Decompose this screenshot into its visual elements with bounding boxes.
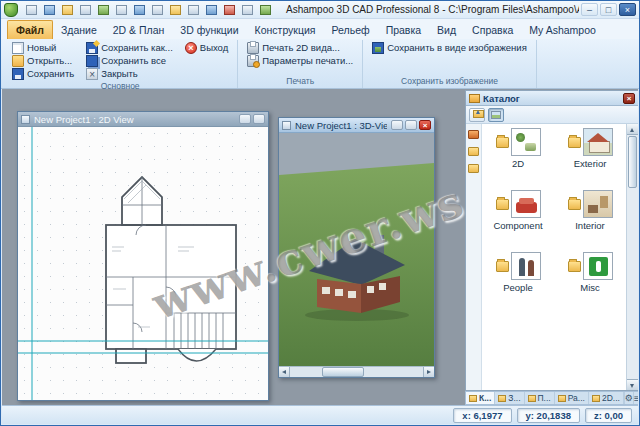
toolbar-icon[interactable]	[77, 3, 94, 17]
thumbnail-view-icon[interactable]	[488, 108, 504, 122]
new-button[interactable]: Новый	[8, 41, 78, 54]
panel-tab-3[interactable]: П...	[525, 392, 555, 404]
button-label: Открыть...	[27, 55, 72, 67]
printer-icon	[247, 42, 259, 54]
print-settings-icon	[247, 55, 259, 67]
button-label: Сохранить в виде изображения	[387, 42, 527, 54]
catalog-item-exterior[interactable]: Exterior	[554, 128, 626, 190]
folder-icon	[496, 199, 509, 210]
catalog-item-people[interactable]: People	[482, 252, 554, 314]
toolbar-icon[interactable]	[113, 3, 130, 17]
toolbar-icon[interactable]	[221, 3, 238, 17]
minimize-button[interactable]: –	[581, 3, 598, 16]
scroll-down-icon[interactable]	[627, 379, 638, 390]
toolbar-icon[interactable]	[257, 3, 274, 17]
folder-icon	[528, 395, 536, 402]
panel-tab-5[interactable]: 2D...	[589, 392, 624, 404]
button-label: Параметры печати...	[262, 55, 353, 67]
panel-tab-4[interactable]: Ра...	[555, 392, 589, 404]
ribbon: Новый Открыть... Сохранить Сохранить как…	[1, 39, 639, 89]
save-as-image-button[interactable]: Сохранить в виде изображения	[368, 41, 531, 54]
close-button[interactable]: ×	[619, 3, 636, 16]
tab-edit[interactable]: Правка	[378, 21, 429, 39]
2d-maximize-button[interactable]	[253, 114, 265, 124]
folder-up-icon[interactable]	[469, 108, 485, 122]
toolbar-icon[interactable]	[59, 3, 76, 17]
toolbar-icon[interactable]	[95, 3, 112, 17]
window-icon	[21, 115, 30, 124]
save-button[interactable]: Сохранить	[8, 67, 78, 80]
print-2d-button[interactable]: Печать 2D вида...	[243, 41, 357, 54]
toolbar-icon[interactable]	[185, 3, 202, 17]
maximize-button[interactable]: □	[600, 3, 617, 16]
toolbar-icon[interactable]	[41, 3, 58, 17]
close-project-button[interactable]: Закрыть	[82, 67, 177, 80]
2d-drawing-canvas[interactable]	[18, 127, 268, 400]
folder-icon	[568, 261, 581, 272]
catalog-close-icon[interactable]	[623, 93, 635, 104]
3d-close-button[interactable]	[419, 120, 431, 130]
toolbar-icon[interactable]	[149, 3, 166, 17]
tab-building[interactable]: Здание	[53, 21, 105, 39]
tab-2d-plan[interactable]: 2D & План	[105, 21, 173, 39]
panel-tab-label: П...	[538, 393, 551, 403]
catalog-item-misc[interactable]: Misc	[554, 252, 626, 314]
3d-horizontal-scrollbar[interactable]	[279, 366, 434, 377]
3d-maximize-button[interactable]	[405, 120, 417, 130]
folder-icon[interactable]	[468, 147, 479, 156]
button-label: Печать 2D вида...	[262, 42, 340, 54]
panel-tab-label: 2D...	[602, 393, 620, 403]
panel-tab-catalog[interactable]: К...	[466, 392, 495, 404]
2d-minimize-button[interactable]	[239, 114, 251, 124]
catalog-item-interior[interactable]: Interior	[554, 190, 626, 252]
catalog-thumbnail	[583, 252, 613, 280]
scroll-up-icon[interactable]	[627, 124, 638, 135]
save-as-button[interactable]: Сохранить как...	[82, 41, 177, 54]
title-bar[interactable]: Ashampoo 3D CAD Professional 8 - C:\Prog…	[1, 1, 639, 19]
toolbar-icon[interactable]	[203, 3, 220, 17]
scrollbar-thumb[interactable]	[322, 367, 364, 377]
tab-3d-functions[interactable]: 3D функции	[172, 21, 246, 39]
2d-window-title-bar[interactable]: New Project1 : 2D View	[18, 112, 268, 127]
menu-icon[interactable]	[633, 392, 638, 404]
panel-tab-label: К...	[479, 393, 491, 403]
catalog-header[interactable]: Каталог	[466, 91, 638, 106]
3d-window-title-bar[interactable]: New Project1 : 3D-View	[279, 118, 434, 133]
scroll-right-icon[interactable]	[423, 367, 434, 377]
tab-my-ashampoo[interactable]: My Ashampoo	[521, 21, 604, 39]
catalog-scrollbar[interactable]	[626, 124, 638, 390]
gear-icon[interactable]	[624, 392, 633, 404]
exit-button[interactable]: Выход	[181, 41, 232, 54]
tab-construction[interactable]: Конструкция	[247, 21, 324, 39]
window-2d-view: New Project1 : 2D View	[17, 111, 269, 401]
toolbar-icon[interactable]	[131, 3, 148, 17]
3d-minimize-button[interactable]	[391, 120, 403, 130]
toolbar-icon[interactable]	[167, 3, 184, 17]
folder-icon[interactable]	[468, 130, 479, 139]
tab-view[interactable]: Вид	[429, 21, 464, 39]
3d-render-canvas[interactable]	[279, 133, 434, 366]
2d-window-title: New Project1 : 2D View	[34, 114, 235, 125]
catalog-item-2d[interactable]: 2D	[482, 128, 554, 190]
open-button[interactable]: Открыть...	[8, 54, 78, 67]
print-settings-button[interactable]: Параметры печати...	[243, 54, 357, 67]
window-controls: – □ ×	[581, 3, 636, 16]
catalog-item-label: Interior	[554, 220, 626, 231]
toolbar-icon[interactable]	[23, 3, 40, 17]
folder-icon[interactable]	[468, 164, 479, 173]
scrollbar-thumb[interactable]	[628, 136, 637, 188]
tab-terrain[interactable]: Рельеф	[324, 21, 378, 39]
tab-file[interactable]: Файл	[7, 20, 53, 39]
folder-icon	[469, 395, 477, 402]
folder-icon	[568, 137, 581, 148]
tab-help[interactable]: Справка	[464, 21, 521, 39]
window-title: Ashampoo 3D CAD Professional 8 - C:\Prog…	[276, 4, 579, 15]
panel-tab-2[interactable]: З...	[495, 392, 524, 404]
catalog-item-component[interactable]: Component	[482, 190, 554, 252]
catalog-item-label: Exterior	[554, 158, 626, 169]
toolbar-icon[interactable]	[239, 3, 256, 17]
catalog-side-strip	[466, 124, 482, 390]
scroll-left-icon[interactable]	[279, 367, 290, 377]
close-project-icon	[86, 68, 98, 80]
save-all-button[interactable]: Сохранить все	[82, 54, 177, 67]
